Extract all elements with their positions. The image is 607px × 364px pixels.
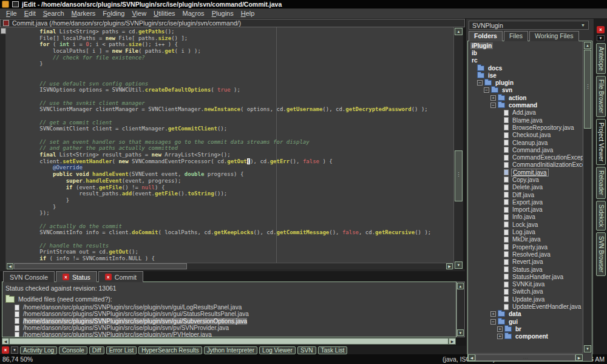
tree-horizontal-scrollbar[interactable] [468, 353, 583, 361]
menu-view[interactable]: View [128, 10, 150, 17]
tree-item-iplugin[interactable]: iPlugin [468, 42, 583, 49]
tree-expand-minus-icon[interactable]: − [484, 87, 489, 93]
modified-file-row[interactable]: /home/danson/src/plugins/SVNPlugin/src/i… [5, 311, 453, 317]
tree-item-action[interactable]: +action [468, 94, 583, 101]
tab-working-files[interactable]: Working Files [529, 31, 578, 41]
tree-vertical-scrollbar[interactable] [583, 41, 592, 353]
tree-item-add-java[interactable]: Add.java [468, 109, 583, 116]
menu-plugins[interactable]: Plugins [208, 10, 237, 17]
menu-help[interactable]: Help [237, 10, 259, 17]
close-icon[interactable]: x [2, 346, 9, 354]
tree-item-commandexecutionexceptio[interactable]: CommandExecutionExceptio [468, 153, 583, 161]
dock-button-file-browser[interactable]: File Browser [596, 76, 606, 117]
tree-item-copy-java[interactable]: Copy.java [468, 176, 583, 183]
menu-folding[interactable]: Folding [99, 10, 128, 17]
tree-expand-plus-icon[interactable]: + [497, 334, 503, 339]
tree-item-log-java[interactable]: Log.java [468, 228, 583, 235]
tree-item-svnkit-java[interactable]: SVNKit.java [468, 281, 583, 288]
dock-button-console[interactable]: Console [59, 346, 87, 354]
menu-utilities[interactable]: Utilities [150, 10, 178, 17]
dock-button-diff[interactable]: Diff [89, 346, 104, 354]
scroll-right-icon[interactable] [449, 338, 456, 345]
tab-files[interactable]: Files [504, 31, 528, 41]
dock-button-hypersearch-results[interactable]: HyperSearch Results [138, 346, 202, 354]
scroll-up-icon[interactable] [455, 28, 463, 35]
tree-item-export-java[interactable]: Export.java [468, 198, 583, 206]
bottom-panel-horizontal-scrollbar[interactable] [2, 337, 456, 345]
modified-file-row[interactable]: /home/danson/src/plugins/SVNPlugin/src/i… [5, 325, 453, 331]
tab-status[interactable]: xStatus [56, 271, 97, 282]
close-icon[interactable]: x [105, 274, 112, 280]
dock-button-activity-log[interactable]: Activity Log [20, 346, 57, 354]
tree-item-checkout-java[interactable]: Checkout.java [468, 132, 583, 139]
menu-edit[interactable]: Edit [21, 10, 39, 17]
tree-item-rc[interactable]: rc [468, 57, 583, 64]
project-select[interactable]: SVNPlugin [469, 21, 589, 30]
chevron-down-icon[interactable] [597, 35, 605, 41]
tree-item-revert-java[interactable]: Revert.java [468, 258, 583, 266]
tree-item-commit-java[interactable]: Commit.java [468, 169, 583, 176]
dock-button-svn-browser[interactable]: SVN Browser [596, 232, 606, 276]
tree-item-switch-java[interactable]: Switch.java [468, 288, 583, 295]
tree-item-updateeventhandler-java[interactable]: UpdateEventHandler.java [468, 303, 583, 310]
tree-item-command[interactable]: −command [468, 101, 583, 109]
tree-item-svn[interactable]: −svn [468, 87, 583, 94]
tree-item-commandinitializationexcept[interactable]: CommandInitializationExcept [468, 161, 583, 169]
modified-file-row[interactable]: /home/danson/src/plugins/SVNPlugin/src/i… [5, 318, 453, 325]
dock-button-reloader[interactable]: Reloader [596, 167, 606, 199]
tab-commit[interactable]: xCommit [98, 271, 143, 282]
scroll-up-icon[interactable] [457, 283, 464, 289]
editor-horizontal-scrollbar[interactable] [6, 263, 453, 269]
tree-item-mkdir-java[interactable]: MkDir.java [468, 236, 583, 243]
menu-macros[interactable]: Macros [179, 10, 208, 17]
tree-item-lock-java[interactable]: Lock.java [468, 221, 583, 228]
tree-item-property-java[interactable]: Property.java [468, 243, 583, 251]
tree-item-data[interactable]: +data [468, 311, 583, 318]
scroll-down-icon[interactable] [584, 345, 591, 352]
tree-item-status-java[interactable]: Status.java [468, 266, 583, 273]
dock-button-log-viewer[interactable]: Log Viewer [259, 346, 296, 354]
tree-item-docs[interactable]: docs [468, 64, 583, 72]
tree-item-blame-java[interactable]: Blame.java [468, 116, 583, 124]
tree-item-cleanup-java[interactable]: Cleanup.java [468, 139, 583, 146]
dock-button-antelope[interactable]: Antelope [596, 43, 606, 74]
tree-item-delete-java[interactable]: Delete.java [468, 184, 583, 191]
tree-expand-minus-icon[interactable]: − [490, 103, 496, 108]
dock-button-project-viewer[interactable]: Project Viewer [596, 119, 606, 165]
tree-item-component[interactable]: +component [468, 333, 583, 340]
tree-item-info-java[interactable]: Info.java [468, 214, 583, 221]
tree-expand-plus-icon[interactable]: + [490, 95, 496, 101]
dock-button-jython-interpreter[interactable]: Jython Interpreter [204, 346, 257, 354]
menu-file[interactable]: File [2, 10, 21, 17]
scroll-up-icon[interactable] [584, 42, 591, 49]
tree-item-br[interactable]: +br [468, 325, 583, 332]
tree-item-import-java[interactable]: Import.java [468, 206, 583, 214]
dock-button-task-list[interactable]: Task List [318, 346, 348, 354]
tree-item-resolved-java[interactable]: Resolved.java [468, 251, 583, 258]
scrollbar-thumb[interactable] [9, 338, 449, 345]
tree-item-command-java[interactable]: Command.java [468, 146, 583, 153]
tree-expand-minus-icon[interactable]: − [490, 319, 496, 325]
code-editor[interactable]: final List<String> paths = cd.getPaths()… [6, 27, 453, 263]
scrollbar-thumb[interactable] [455, 150, 463, 201]
dock-button-svn[interactable]: SVN [297, 346, 316, 354]
modified-files-group[interactable]: Modified files (need committed?): [5, 295, 453, 303]
buffer-bar[interactable]: Commit.java (/home/danson/src/plugins/SV… [0, 19, 465, 27]
tree-expand-plus-icon[interactable]: + [490, 311, 496, 317]
scroll-down-icon[interactable] [455, 261, 463, 269]
menu-search[interactable]: Search [39, 10, 68, 17]
close-icon[interactable]: x [63, 274, 69, 280]
tree-item-plugin[interactable]: −plugin [468, 79, 583, 86]
chevron-down-icon[interactable] [11, 346, 18, 354]
editor-vertical-scrollbar[interactable] [453, 27, 463, 269]
scroll-down-icon[interactable] [457, 329, 464, 336]
scrollbar-thumb[interactable] [14, 263, 187, 269]
scroll-left-icon[interactable] [468, 354, 475, 361]
bottom-panel-vertical-scrollbar[interactable] [456, 281, 465, 337]
scrollbar-thumb[interactable] [475, 354, 575, 361]
menu-markers[interactable]: Markers [68, 10, 100, 17]
modified-file-row[interactable]: /home/danson/src/plugins/SVNPlugin/src/i… [5, 304, 453, 311]
scrollbar-thumb[interactable] [584, 50, 591, 129]
scroll-left-icon[interactable] [7, 263, 13, 269]
tree-item-update-java[interactable]: Update.java [468, 295, 583, 303]
